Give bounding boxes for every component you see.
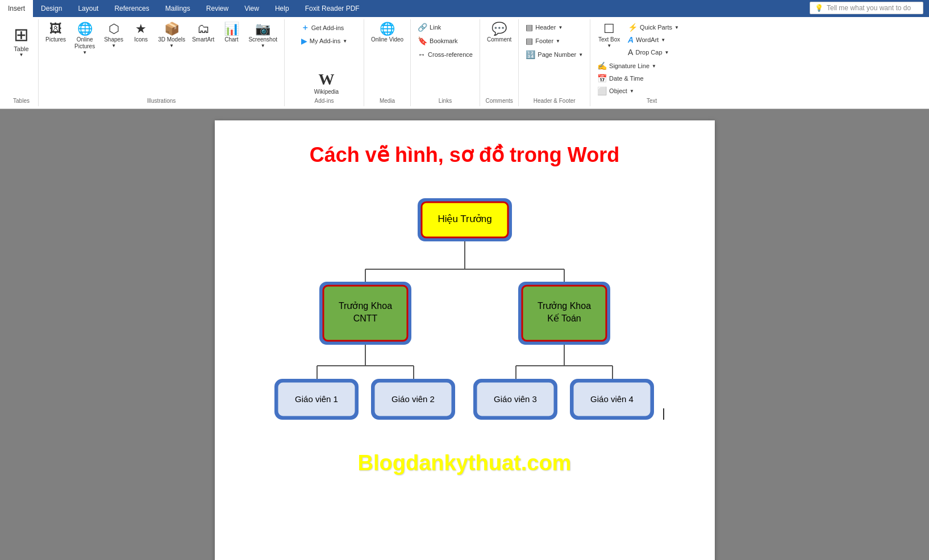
signature-line-button[interactable]: ✍ Signature Line ▼ xyxy=(595,60,659,72)
icons-button[interactable]: ★ Icons xyxy=(128,22,153,44)
signature-line-icon: ✍ xyxy=(597,61,607,70)
pictures-icon: 🖼 xyxy=(49,23,62,35)
svg-text:CNTT: CNTT xyxy=(353,314,377,323)
header-icon: ▤ xyxy=(526,23,533,32)
group-media: 🌐 Online Video Media xyxy=(364,19,411,106)
tab-insert[interactable]: Insert xyxy=(0,0,33,17)
comment-button[interactable]: 💬 Comment xyxy=(485,22,514,44)
wordart-dropdown: ▼ xyxy=(661,37,665,43)
group-tables: ⊞ Table ▼ Tables xyxy=(5,19,39,106)
tab-mailings[interactable]: Mailings xyxy=(157,0,198,17)
object-dropdown: ▼ xyxy=(630,89,634,94)
illustrations-label: Illustrations xyxy=(147,97,176,104)
footer-button[interactable]: ▤ Footer ▼ xyxy=(523,35,563,47)
cross-ref-icon: ↔ xyxy=(418,50,426,59)
my-addins-button[interactable]: ▶ My Add-ins ▼ xyxy=(299,35,349,47)
3d-models-icon: 📦 xyxy=(164,23,180,35)
online-pictures-button[interactable]: 🌐 Online Pictures ▼ xyxy=(70,22,99,57)
tables-label: Tables xyxy=(13,97,30,104)
media-items: 🌐 Online Video xyxy=(369,22,406,97)
get-addins-button[interactable]: ＋ Get Add-ins xyxy=(299,22,346,34)
tab-review[interactable]: Review xyxy=(198,0,236,17)
comments-label: Comments xyxy=(485,97,513,104)
tab-design[interactable]: Design xyxy=(33,0,70,17)
object-icon: ⬜ xyxy=(597,86,607,95)
pictures-button[interactable]: 🖼 Pictures xyxy=(43,22,68,44)
links-label: Links xyxy=(439,97,452,104)
svg-text:Kế Toán: Kế Toán xyxy=(547,314,581,323)
tab-foxit[interactable]: Foxit Reader PDF xyxy=(297,0,368,17)
text-box-button[interactable]: ☐ Text Box ▼ xyxy=(595,22,623,50)
comments-items: 💬 Comment xyxy=(485,22,514,97)
date-time-icon: 📅 xyxy=(597,74,607,83)
addins-items: ＋ Get Add-ins ▶ My Add-ins ▼ xyxy=(299,22,349,70)
tables-items: ⊞ Table ▼ xyxy=(10,22,32,97)
svg-text:Hiệu Trưởng: Hiệu Trưởng xyxy=(438,214,491,224)
ribbon-content: ⊞ Table ▼ Tables 🖼 Pictures 🌐 Online Pic… xyxy=(0,17,929,108)
group-illustrations: 🖼 Pictures 🌐 Online Pictures ▼ ⬡ Shapes … xyxy=(39,19,285,106)
online-video-button[interactable]: 🌐 Online Video xyxy=(369,22,406,44)
shapes-dropdown: ▼ xyxy=(111,43,116,49)
links-items: 🔗 Link 🔖 Bookmark ↔ Cross-reference xyxy=(415,22,475,97)
quick-parts-icon: ⚡ xyxy=(628,23,638,32)
bookmark-button[interactable]: 🔖 Bookmark xyxy=(415,35,460,47)
shapes-icon: ⬡ xyxy=(109,23,119,35)
tab-view[interactable]: View xyxy=(236,0,267,17)
object-button[interactable]: ⬜ Object ▼ xyxy=(595,85,659,97)
sigline-dropdown: ▼ xyxy=(652,64,656,69)
header-button[interactable]: ▤ Header ▼ xyxy=(523,22,565,33)
date-time-button[interactable]: 📅 Date & Time xyxy=(595,73,659,84)
link-icon: 🔗 xyxy=(418,23,427,32)
screenshot-button[interactable]: 📷 Screenshot ▼ xyxy=(246,22,280,50)
my-addins-icon: ▶ xyxy=(301,36,307,45)
header-footer-items: ▤ Header ▼ ▤ Footer ▼ 🔢 Page Number ▼ xyxy=(523,22,585,97)
link-button[interactable]: 🔗 Link xyxy=(415,22,443,33)
screenshot-dropdown: ▼ xyxy=(261,43,265,49)
ribbon-search[interactable]: 💡 Tell me what you want to do xyxy=(810,2,923,14)
ribbon-tab-bar: Insert Design Layout References Mailings… xyxy=(0,0,929,17)
3d-models-button[interactable]: 📦 3D Models ▼ xyxy=(156,22,188,50)
shapes-button[interactable]: ⬡ Shapes ▼ xyxy=(101,22,126,50)
group-text: ☐ Text Box ▼ ⚡ Quick Parts ▼ A WordArt ▼ xyxy=(590,19,713,106)
group-links: 🔗 Link 🔖 Bookmark ↔ Cross-reference Link… xyxy=(411,19,480,106)
3d-dropdown: ▼ xyxy=(169,43,174,49)
drop-cap-button[interactable]: A Drop Cap ▼ xyxy=(626,47,681,58)
svg-text:Giáo viên 4: Giáo viên 4 xyxy=(590,394,634,404)
footer-dropdown: ▼ xyxy=(556,39,560,44)
page-number-button[interactable]: 🔢 Page Number ▼ xyxy=(523,49,585,60)
quickparts-dropdown: ▼ xyxy=(674,25,679,30)
table-button[interactable]: ⊞ Table ▼ xyxy=(10,22,32,60)
addins-label: Add-ins xyxy=(315,97,334,104)
group-header-footer: ▤ Header ▼ ▤ Footer ▼ 🔢 Page Number ▼ He… xyxy=(519,19,590,106)
group-comments: 💬 Comment Comments xyxy=(480,19,519,106)
svg-text:Trưởng Khoa: Trưởng Khoa xyxy=(338,301,391,311)
search-icon: 💡 xyxy=(815,4,823,12)
screenshot-icon: 📷 xyxy=(255,23,270,35)
online-pic-dropdown: ▼ xyxy=(82,50,87,56)
smartart-icon: 🗂 xyxy=(197,23,210,35)
page-wrapper: Cách vẽ hình, sơ đồ trong Word xyxy=(0,109,929,560)
wordart-button[interactable]: A WordArt ▼ xyxy=(626,34,681,45)
text-items: ☐ Text Box ▼ ⚡ Quick Parts ▼ A WordArt ▼ xyxy=(595,22,709,97)
wordart-icon: A xyxy=(628,35,634,44)
group-addins: ＋ Get Add-ins ▶ My Add-ins ▼ W Wikipedia xyxy=(285,19,364,106)
tab-references[interactable]: References xyxy=(106,0,157,17)
smartart-button[interactable]: 🗂 SmartArt xyxy=(190,22,216,44)
icons-icon: ★ xyxy=(135,23,147,35)
svg-text:Giáo viên 3: Giáo viên 3 xyxy=(494,394,537,404)
tab-layout[interactable]: Layout xyxy=(70,0,106,17)
online-pictures-icon: 🌐 xyxy=(77,23,93,35)
media-label: Media xyxy=(380,97,395,104)
wikipedia-icon: W xyxy=(318,72,334,87)
chart-button[interactable]: 📊 Chart xyxy=(219,22,244,44)
cross-reference-button[interactable]: ↔ Cross-reference xyxy=(415,49,475,60)
tab-help[interactable]: Help xyxy=(267,0,297,17)
comment-icon: 💬 xyxy=(491,23,507,35)
quick-parts-button[interactable]: ⚡ Quick Parts ▼ xyxy=(626,22,681,33)
document-page: Cách vẽ hình, sơ đồ trong Word xyxy=(215,120,715,560)
page-number-icon: 🔢 xyxy=(526,50,535,59)
search-placeholder: Tell me what you want to do xyxy=(827,4,911,12)
get-addins-icon: ＋ xyxy=(301,23,309,33)
blog-footer: Blogdankythuat.com xyxy=(249,451,681,475)
wikipedia-button[interactable]: W Wikipedia xyxy=(312,70,341,97)
